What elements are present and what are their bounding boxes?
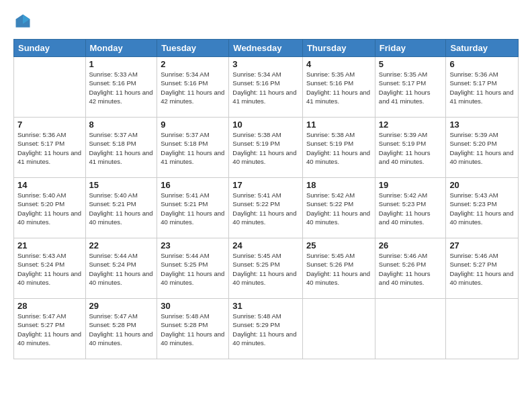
day-number: 5 [379, 59, 443, 69]
calendar-cell: 4Sunrise: 5:35 AMSunset: 5:16 PMDaylight… [302, 57, 375, 118]
calendar-week-5: 28Sunrise: 5:47 AMSunset: 5:27 PMDayligh… [14, 299, 519, 359]
calendar-cell [302, 299, 375, 359]
day-info: Sunrise: 5:44 AMSunset: 5:25 PMDaylight:… [161, 251, 225, 287]
calendar-cell [14, 57, 86, 118]
day-info: Sunrise: 5:33 AMSunset: 5:16 PMDaylight:… [89, 70, 154, 105]
calendar-header-row: SundayMondayTuesdayWednesdayThursdayFrid… [14, 40, 519, 57]
calendar-cell: 15Sunrise: 5:40 AMSunset: 5:21 PMDayligh… [85, 178, 157, 238]
day-info: Sunrise: 5:46 AMSunset: 5:26 PMDaylight:… [379, 251, 443, 287]
calendar-cell: 20Sunrise: 5:43 AMSunset: 5:23 PMDayligh… [446, 178, 519, 238]
calendar-cell: 13Sunrise: 5:39 AMSunset: 5:20 PMDayligh… [446, 118, 519, 178]
day-number: 13 [449, 120, 515, 130]
calendar-cell: 18Sunrise: 5:42 AMSunset: 5:22 PMDayligh… [302, 178, 375, 238]
calendar-cell: 23Sunrise: 5:44 AMSunset: 5:25 PMDayligh… [157, 238, 229, 299]
calendar-cell: 30Sunrise: 5:48 AMSunset: 5:28 PMDayligh… [157, 299, 229, 359]
calendar-cell: 28Sunrise: 5:47 AMSunset: 5:27 PMDayligh… [14, 299, 86, 359]
day-number: 27 [449, 240, 515, 250]
day-info: Sunrise: 5:45 AMSunset: 5:25 PMDaylight:… [232, 251, 299, 287]
calendar-cell: 16Sunrise: 5:41 AMSunset: 5:21 PMDayligh… [157, 178, 229, 238]
day-number: 19 [379, 180, 443, 190]
day-number: 8 [89, 120, 154, 130]
day-number: 31 [232, 301, 299, 311]
calendar-week-4: 21Sunrise: 5:43 AMSunset: 5:24 PMDayligh… [14, 238, 519, 299]
calendar-header-saturday: Saturday [446, 40, 519, 57]
calendar-cell: 24Sunrise: 5:45 AMSunset: 5:25 PMDayligh… [229, 238, 303, 299]
day-number: 9 [161, 120, 225, 130]
day-info: Sunrise: 5:37 AMSunset: 5:18 PMDaylight:… [89, 130, 154, 166]
calendar-header-sunday: Sunday [14, 40, 86, 57]
day-number: 11 [306, 120, 371, 130]
calendar-cell: 17Sunrise: 5:41 AMSunset: 5:22 PMDayligh… [229, 178, 303, 238]
day-number: 4 [306, 59, 371, 69]
day-info: Sunrise: 5:48 AMSunset: 5:29 PMDaylight:… [232, 312, 299, 347]
page: SundayMondayTuesdayWednesdayThursdayFrid… [0, 0, 532, 411]
day-number: 12 [379, 120, 443, 130]
day-info: Sunrise: 5:39 AMSunset: 5:19 PMDaylight:… [379, 130, 443, 166]
day-info: Sunrise: 5:47 AMSunset: 5:27 PMDaylight:… [17, 312, 82, 347]
day-info: Sunrise: 5:43 AMSunset: 5:24 PMDaylight:… [17, 251, 82, 287]
calendar-cell: 19Sunrise: 5:42 AMSunset: 5:23 PMDayligh… [375, 178, 446, 238]
day-info: Sunrise: 5:43 AMSunset: 5:23 PMDaylight:… [449, 191, 515, 226]
calendar-cell: 6Sunrise: 5:36 AMSunset: 5:17 PMDaylight… [446, 57, 519, 118]
day-number: 30 [161, 301, 225, 311]
day-number: 20 [449, 180, 515, 190]
day-info: Sunrise: 5:40 AMSunset: 5:20 PMDaylight:… [17, 191, 82, 226]
day-number: 24 [232, 240, 299, 250]
calendar-cell: 5Sunrise: 5:35 AMSunset: 5:17 PMDaylight… [375, 57, 446, 118]
calendar-cell: 31Sunrise: 5:48 AMSunset: 5:29 PMDayligh… [229, 299, 303, 359]
day-info: Sunrise: 5:44 AMSunset: 5:24 PMDaylight:… [89, 251, 154, 287]
calendar-cell: 22Sunrise: 5:44 AMSunset: 5:24 PMDayligh… [85, 238, 157, 299]
logo-icon [13, 12, 32, 31]
day-number: 23 [161, 240, 225, 250]
day-info: Sunrise: 5:45 AMSunset: 5:26 PMDaylight:… [306, 251, 371, 287]
calendar-cell: 3Sunrise: 5:34 AMSunset: 5:16 PMDaylight… [229, 57, 303, 118]
calendar-header-monday: Monday [85, 40, 157, 57]
calendar-cell: 9Sunrise: 5:37 AMSunset: 5:18 PMDaylight… [157, 118, 229, 178]
day-info: Sunrise: 5:35 AMSunset: 5:17 PMDaylight:… [379, 70, 443, 105]
day-number: 14 [17, 180, 82, 190]
day-number: 16 [161, 180, 225, 190]
day-info: Sunrise: 5:41 AMSunset: 5:21 PMDaylight:… [161, 191, 225, 226]
day-info: Sunrise: 5:35 AMSunset: 5:16 PMDaylight:… [306, 70, 371, 105]
calendar-cell: 12Sunrise: 5:39 AMSunset: 5:19 PMDayligh… [375, 118, 446, 178]
day-number: 22 [89, 240, 154, 250]
calendar-cell: 21Sunrise: 5:43 AMSunset: 5:24 PMDayligh… [14, 238, 86, 299]
day-info: Sunrise: 5:37 AMSunset: 5:18 PMDaylight:… [161, 130, 225, 166]
calendar-table: SundayMondayTuesdayWednesdayThursdayFrid… [13, 39, 519, 359]
day-info: Sunrise: 5:34 AMSunset: 5:16 PMDaylight:… [232, 70, 299, 105]
day-info: Sunrise: 5:34 AMSunset: 5:16 PMDaylight:… [161, 70, 225, 105]
day-number: 28 [17, 301, 82, 311]
day-info: Sunrise: 5:46 AMSunset: 5:27 PMDaylight:… [449, 251, 515, 287]
day-number: 26 [379, 240, 443, 250]
day-info: Sunrise: 5:40 AMSunset: 5:21 PMDaylight:… [89, 191, 154, 226]
day-info: Sunrise: 5:36 AMSunset: 5:17 PMDaylight:… [449, 70, 515, 105]
day-info: Sunrise: 5:41 AMSunset: 5:22 PMDaylight:… [232, 191, 299, 226]
day-number: 1 [89, 59, 154, 69]
calendar-header-wednesday: Wednesday [229, 40, 303, 57]
day-info: Sunrise: 5:38 AMSunset: 5:19 PMDaylight:… [232, 130, 299, 166]
logo [13, 12, 35, 31]
day-number: 2 [161, 59, 225, 69]
calendar-cell [375, 299, 446, 359]
day-number: 10 [232, 120, 299, 130]
day-info: Sunrise: 5:42 AMSunset: 5:23 PMDaylight:… [379, 191, 443, 226]
calendar-header-tuesday: Tuesday [157, 40, 229, 57]
calendar-cell: 8Sunrise: 5:37 AMSunset: 5:18 PMDaylight… [85, 118, 157, 178]
calendar-cell: 29Sunrise: 5:47 AMSunset: 5:28 PMDayligh… [85, 299, 157, 359]
day-info: Sunrise: 5:47 AMSunset: 5:28 PMDaylight:… [89, 312, 154, 347]
day-number: 21 [17, 240, 82, 250]
day-info: Sunrise: 5:39 AMSunset: 5:20 PMDaylight:… [449, 130, 515, 166]
calendar-week-3: 14Sunrise: 5:40 AMSunset: 5:20 PMDayligh… [14, 178, 519, 238]
calendar-cell: 7Sunrise: 5:36 AMSunset: 5:17 PMDaylight… [14, 118, 86, 178]
calendar-cell: 14Sunrise: 5:40 AMSunset: 5:20 PMDayligh… [14, 178, 86, 238]
calendar-week-1: 1Sunrise: 5:33 AMSunset: 5:16 PMDaylight… [14, 57, 519, 118]
calendar-cell [446, 299, 519, 359]
calendar-cell: 25Sunrise: 5:45 AMSunset: 5:26 PMDayligh… [302, 238, 375, 299]
calendar-cell: 26Sunrise: 5:46 AMSunset: 5:26 PMDayligh… [375, 238, 446, 299]
calendar-header-thursday: Thursday [302, 40, 375, 57]
day-number: 3 [232, 59, 299, 69]
day-number: 29 [89, 301, 154, 311]
calendar-cell: 2Sunrise: 5:34 AMSunset: 5:16 PMDaylight… [157, 57, 229, 118]
header [13, 12, 519, 31]
calendar-week-2: 7Sunrise: 5:36 AMSunset: 5:17 PMDaylight… [14, 118, 519, 178]
